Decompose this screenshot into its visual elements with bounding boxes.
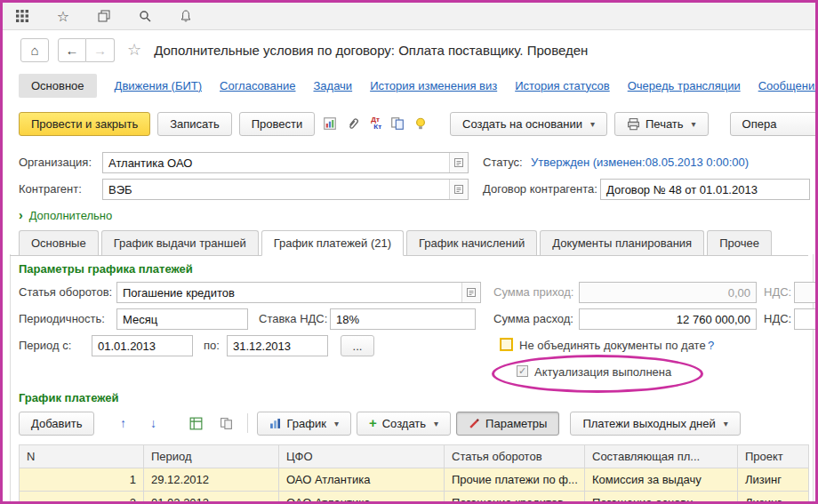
- create-button-label: Создать: [382, 417, 426, 430]
- table-cell[interactable]: Комиссия за выдачу: [585, 468, 738, 492]
- nav-item-main[interactable]: Основное: [19, 74, 97, 98]
- organization-field[interactable]: Атлантика ОАО: [102, 152, 469, 173]
- table-cell[interactable]: Лизинг: [738, 492, 809, 504]
- post-and-close-button[interactable]: Провести и закрыть: [19, 112, 150, 136]
- move-down-button[interactable]: ↓: [140, 412, 165, 435]
- organization-select-button[interactable]: [449, 153, 468, 172]
- expense-sum-input[interactable]: 12 760 000,00: [580, 313, 756, 326]
- postings-dtkt-button[interactable]: ДтКт: [368, 112, 382, 135]
- periodicity-field[interactable]: Месяц: [116, 308, 248, 330]
- nav-item-messages[interactable]: Сообщения пол: [758, 79, 815, 92]
- table-cell[interactable]: Погашение кредитов: [445, 492, 585, 504]
- plus-icon: +: [369, 419, 377, 428]
- print-button[interactable]: Печать ▾: [614, 112, 709, 136]
- report-button[interactable]: [322, 112, 338, 135]
- nav-item-visa-history[interactable]: История изменения виз: [370, 79, 497, 92]
- favorites-star-icon[interactable]: ☆: [54, 7, 72, 25]
- back-button[interactable]: ←: [58, 38, 86, 62]
- schedule-section-title: График платежей: [19, 391, 119, 404]
- nav-item-translation-queue[interactable]: Очередь трансляции: [628, 79, 741, 92]
- copy-rows-button[interactable]: [213, 412, 238, 435]
- tab-planning-documents[interactable]: Документы планирования: [540, 230, 704, 255]
- open-windows-icon[interactable]: [95, 7, 113, 25]
- chart-button[interactable]: График ▾: [257, 412, 350, 436]
- attachments-paperclip-button[interactable]: [345, 112, 361, 135]
- col-header-cfo[interactable]: ЦФО: [279, 445, 445, 468]
- forward-button[interactable]: →: [86, 38, 115, 62]
- table-cell[interactable]: 01.02.2013: [144, 492, 279, 504]
- table-row[interactable]: 1 29.12.2012 ОАО Атлантика Прочие платеж…: [20, 468, 809, 492]
- status-value-link[interactable]: Утвержден (изменен:08.05.2013 0:00:00): [531, 152, 749, 173]
- add-row-button[interactable]: Добавить: [19, 412, 94, 436]
- weekend-payments-button[interactable]: Платежи выходных дней ▾: [570, 412, 740, 436]
- period-to-label: по:: [204, 335, 220, 356]
- operations-button[interactable]: Опера: [730, 112, 818, 136]
- table-cell[interactable]: Погашение основн...: [585, 492, 738, 504]
- tab-other[interactable]: Прочее: [707, 230, 772, 255]
- post-button[interactable]: Провести: [239, 112, 316, 136]
- create-based-on-button[interactable]: Создать на основании ▾: [450, 112, 607, 136]
- table-cell[interactable]: 2: [20, 492, 144, 504]
- col-header-payment-component[interactable]: Составляющая пл...: [585, 445, 738, 468]
- search-icon[interactable]: [136, 7, 154, 25]
- operations-label: Опера: [742, 117, 777, 131]
- nav-item-tasks[interactable]: Задачи: [313, 79, 352, 92]
- turnover-item-field[interactable]: Погашение кредитов: [116, 282, 481, 303]
- more-link[interactable]: › Дополнительно: [19, 206, 112, 224]
- table-row[interactable]: 2 01.02.2013 ОАО Атлантика Погашение кре…: [20, 492, 809, 504]
- nav-item-approval[interactable]: Согласование: [220, 79, 295, 92]
- notifications-bell-icon[interactable]: [177, 7, 195, 25]
- income-sum-label: Сумма приход:: [493, 282, 574, 303]
- periodicity-input[interactable]: Месяц: [117, 313, 247, 326]
- col-header-turnover-item[interactable]: Статья оборотов: [445, 445, 585, 468]
- related-documents-button[interactable]: [389, 112, 405, 135]
- actualization-checkbox: ✓: [517, 365, 528, 377]
- favorite-star-icon[interactable]: ☆: [127, 40, 141, 60]
- col-header-project[interactable]: Проект: [738, 445, 809, 468]
- tab-tranche-schedule[interactable]: График выдачи траншей: [101, 230, 259, 255]
- counterparty-field[interactable]: ВЭБ: [102, 179, 469, 200]
- contract-input[interactable]: Договор № 48 от 01.01.2013: [601, 183, 809, 196]
- vat-rate-input[interactable]: 18%: [331, 313, 475, 326]
- counterparty-select-button[interactable]: [449, 180, 468, 199]
- table-cell[interactable]: ОАО Атлантика: [279, 468, 445, 492]
- move-up-button[interactable]: ↑: [110, 412, 135, 435]
- period-more-button[interactable]: ...: [341, 335, 374, 356]
- period-to-input[interactable]: 31.12.2013: [228, 340, 327, 353]
- organization-label: Организация:: [19, 152, 92, 173]
- turnover-item-select-button[interactable]: [461, 283, 480, 302]
- period-from-field[interactable]: 01.01.2013: [92, 335, 193, 356]
- vat-rate-field[interactable]: 18%: [330, 308, 476, 330]
- parameters-button[interactable]: Параметры: [456, 412, 559, 436]
- contract-field[interactable]: Договор № 48 от 01.01.2013: [600, 179, 810, 200]
- hint-bulb-button[interactable]: [413, 112, 429, 135]
- table-cell[interactable]: 1: [20, 468, 144, 492]
- no-merge-checkbox[interactable]: [501, 339, 512, 350]
- table-cell[interactable]: Лизинг: [738, 468, 809, 492]
- table-cell[interactable]: 29.12.2012: [144, 468, 279, 492]
- create-button[interactable]: + Создать ▾: [357, 412, 451, 436]
- tab-accrual-schedule[interactable]: График начислений: [406, 230, 537, 255]
- nav-links-bar: Основное Движения (БИТ) Согласование Зад…: [3, 72, 815, 99]
- tab-main[interactable]: Основные: [19, 230, 99, 255]
- tab-payment-schedule[interactable]: График платежей (21): [261, 230, 404, 256]
- help-icon[interactable]: ?: [708, 335, 714, 356]
- nav-item-status-history[interactable]: История статусов: [515, 79, 610, 92]
- col-header-period[interactable]: Период: [144, 445, 279, 468]
- turnover-item-input[interactable]: Погашение кредитов: [117, 286, 461, 300]
- expense-vat-field[interactable]: [794, 308, 818, 330]
- table-cell[interactable]: ОАО Атлантика: [279, 492, 445, 504]
- home-button[interactable]: ⌂: [20, 38, 49, 62]
- nav-item-movements[interactable]: Движения (БИТ): [115, 79, 202, 92]
- counterparty-input[interactable]: ВЭБ: [103, 183, 449, 196]
- expense-sum-field[interactable]: 12 760 000,00: [579, 308, 757, 330]
- period-from-input[interactable]: 01.01.2013: [92, 340, 192, 353]
- write-button[interactable]: Записать: [157, 112, 232, 136]
- organization-input[interactable]: Атлантика ОАО: [103, 156, 449, 170]
- period-to-field[interactable]: 31.12.2013: [227, 335, 328, 356]
- separator: [247, 413, 248, 433]
- col-header-n[interactable]: N: [20, 445, 144, 468]
- table-cell[interactable]: Прочие платежи по ф...: [445, 468, 585, 492]
- table-settings-button[interactable]: [183, 412, 208, 435]
- apps-menu-icon[interactable]: [13, 7, 31, 25]
